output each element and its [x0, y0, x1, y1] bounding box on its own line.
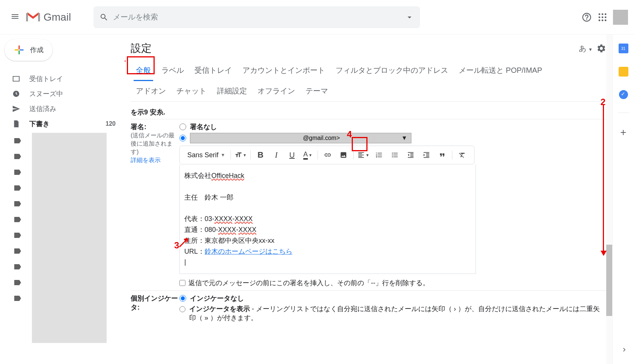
signature-reply-checkbox[interactable] [179, 280, 185, 286]
indent-less-button[interactable] [403, 149, 418, 161]
truncated-section-heading: を示9 安糸. [131, 105, 606, 119]
search-input[interactable] [113, 13, 405, 21]
tab-addons[interactable]: アドオン [131, 81, 171, 101]
tab-themes[interactable]: テーマ [300, 81, 333, 101]
indicator-none-radio[interactable] [179, 295, 186, 302]
text-color-button[interactable]: A ▼ [300, 149, 315, 161]
signature-editor[interactable]: 株式会社OfficeHack 主任 鈴木 一郎 代表：03-XXXX-XXXX … [179, 164, 476, 274]
scrollbar-track[interactable] [606, 35, 612, 364]
sidebar-item-label: スヌーズ中 [29, 89, 116, 98]
sidebar-label-item[interactable] [0, 227, 39, 243]
learn-more-link[interactable]: 詳細を表示 [131, 157, 161, 163]
annotation-1: 1 [125, 53, 126, 64]
signature-none-radio[interactable] [179, 123, 186, 130]
sidebar-label-item[interactable] [0, 196, 39, 212]
indent-more-button[interactable] [419, 149, 434, 161]
tab-offline[interactable]: オフライン [252, 81, 300, 101]
label-tag-icon [14, 170, 21, 175]
sidebar-label-item[interactable] [0, 180, 39, 196]
settings-content[interactable]: を示9 安糸. 署名: (送信メールの最後に追加されます) 詳細を表示 署名なし [131, 102, 606, 364]
sidebar-label-item[interactable] [0, 243, 39, 259]
svg-rect-12 [15, 49, 18, 50]
page-title: 設定 [131, 41, 152, 56]
tasks-addon-icon[interactable] [619, 90, 628, 99]
tab-advanced[interactable]: 詳細設定 [212, 81, 252, 101]
sidebar-label-item[interactable] [0, 290, 39, 306]
link-button[interactable] [320, 149, 335, 161]
sidebar-item-drafts[interactable]: 下書き 120 [0, 116, 125, 131]
sidebar-label-item[interactable] [0, 133, 39, 149]
gear-icon[interactable] [596, 44, 606, 53]
font-size-button[interactable]: ▼ [233, 149, 248, 161]
inbox-icon [12, 75, 20, 83]
tab-chat[interactable]: チャット [171, 81, 212, 101]
indicator-section: 個別インジケータ: インジケータなし インジケータを表示 - メーリングリストで… [131, 290, 606, 327]
apps-grid-icon[interactable] [597, 12, 608, 23]
signature-url-link[interactable]: 鈴木のホームページはこちら [205, 248, 292, 255]
label-tag-icon [14, 201, 21, 206]
account-avatar[interactable] [613, 10, 628, 25]
underline-button[interactable]: U [285, 149, 300, 161]
input-method-button[interactable]: あ ▼ [579, 44, 593, 54]
numbered-list-button[interactable] [372, 149, 387, 161]
tab-forwarding[interactable]: メール転送と POP/IMAP [453, 60, 547, 81]
label-tag-icon [14, 217, 21, 222]
svg-rect-11 [18, 51, 20, 54]
settings-tabs: 全般 ラベル 受信トレイ アカウントとインポート フィルタとブロック中のアドレス… [131, 60, 606, 102]
indicator-show-radio[interactable] [179, 306, 185, 313]
sidebar-item-snoozed[interactable]: スヌーズ中 [0, 86, 125, 101]
sidebar-label-item[interactable] [0, 164, 39, 180]
section-label: 署名: (送信メールの最後に追加されます) 詳細を表示 [131, 122, 179, 287]
calendar-addon-icon[interactable]: 31 [619, 44, 628, 53]
sidebar-item-sent[interactable]: 送信済み [0, 101, 125, 116]
label-tag-icon [14, 248, 21, 254]
sidebar-label-item[interactable] [0, 149, 39, 164]
quote-button[interactable] [435, 149, 450, 161]
tab-labels[interactable]: ラベル [156, 60, 189, 81]
sidebar: 作成 受信トレイ スヌーズ中 送信済み 下書き 120 [0, 35, 125, 364]
signature-section: 署名: (送信メールの最後に追加されます) 詳細を表示 署名なし @gmail. [131, 119, 606, 290]
side-panel: 31 + [612, 35, 634, 364]
signature-reply-label: 返信で元のメッセージの前にこの署名を挿入し、その前の「--」行を削除する。 [188, 278, 429, 287]
tab-inbox[interactable]: 受信トレイ [189, 60, 237, 81]
label-tag-icon [14, 280, 21, 285]
signature-none-label: 署名なし [190, 122, 217, 131]
tab-accounts[interactable]: アカウントとインポート [237, 60, 330, 81]
sidebar-label-item[interactable] [0, 212, 39, 227]
svg-point-2 [605, 13, 607, 15]
search-bar[interactable] [93, 6, 420, 28]
gmail-text: Gmail [44, 11, 71, 23]
sidebar-item-inbox[interactable]: 受信トレイ [0, 71, 125, 86]
italic-button[interactable]: I [269, 149, 284, 161]
tab-general[interactable]: 全般 [131, 60, 156, 81]
sidebar-label-item[interactable] [0, 275, 39, 290]
label-tag-icon [14, 138, 21, 143]
main-menu-button[interactable] [6, 8, 24, 27]
insert-image-button[interactable] [336, 149, 351, 161]
get-addons-button[interactable]: + [620, 126, 626, 138]
help-icon[interactable] [581, 12, 592, 23]
annotation-arrowhead-2 [601, 251, 607, 256]
svg-point-1 [602, 13, 604, 15]
gmail-logo[interactable]: Gmail [26, 11, 71, 23]
svg-point-8 [605, 19, 607, 21]
signature-account-select[interactable]: @gmail.com> ▼ [190, 133, 411, 143]
align-button[interactable]: ▼ [356, 149, 371, 161]
remove-format-button[interactable] [455, 149, 470, 161]
svg-rect-9 [18, 45, 20, 49]
scrollbar-thumb[interactable] [606, 245, 612, 316]
sidebar-label-item[interactable] [0, 259, 39, 275]
compose-button[interactable]: 作成 [5, 39, 53, 61]
keep-addon-icon[interactable] [619, 67, 628, 77]
sidebar-item-label: 送信済み [29, 104, 116, 113]
bullet-list-button[interactable] [387, 149, 402, 161]
section-label: 個別インジケータ: [131, 294, 179, 324]
tab-filters[interactable]: フィルタとブロック中のアドレス [330, 60, 453, 81]
svg-point-5 [605, 16, 607, 18]
font-family-select[interactable]: Sans Serif ▼ [184, 151, 228, 159]
search-options-icon[interactable] [405, 13, 414, 22]
signature-custom-radio[interactable] [179, 135, 186, 141]
label-tag-icon [14, 185, 21, 191]
bold-button[interactable]: B [253, 149, 268, 161]
hide-side-panel-button[interactable] [617, 343, 631, 356]
